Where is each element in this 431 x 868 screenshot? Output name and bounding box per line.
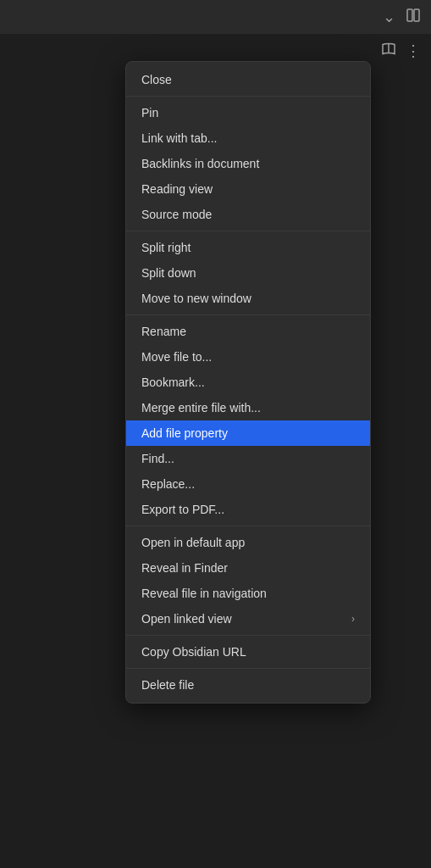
menu-item-link-with-tab[interactable]: Link with tab...	[126, 125, 370, 151]
menu-divider	[126, 96, 370, 97]
menu-item-label: Reading view	[141, 182, 213, 196]
book-open-icon[interactable]	[380, 41, 397, 62]
menu-item-reading-view[interactable]: Reading view	[126, 176, 370, 202]
menu-item-label: Bookmark...	[141, 376, 205, 389]
chevron-down-icon[interactable]: ⌄	[383, 8, 395, 26]
more-vertical-icon[interactable]: ⋮	[406, 42, 421, 60]
menu-item-label: Find...	[141, 452, 174, 465]
submenu-chevron-icon: ›	[351, 613, 355, 625]
menu-item-label: Pin	[141, 106, 158, 120]
menu-item-copy-obsidian-url[interactable]: Copy Obsidian URL	[126, 639, 370, 665]
menu-divider	[126, 668, 370, 669]
menu-item-label: Export to PDF...	[141, 503, 224, 516]
menu-item-label: Replace...	[141, 477, 195, 491]
menu-item-label: Merge entire file with...	[141, 401, 261, 415]
menu-item-label: Open in default app	[141, 536, 245, 549]
menu-item-label: Open linked view	[141, 612, 232, 626]
menu-divider	[126, 314, 370, 315]
menu-item-reveal-in-finder[interactable]: Reveal in Finder	[126, 555, 370, 581]
menu-item-label: Copy Obsidian URL	[141, 645, 246, 659]
menu-item-backlinks-in-document[interactable]: Backlinks in document	[126, 151, 370, 176]
context-menu: ClosePinLink with tab...Backlinks in doc…	[125, 61, 371, 704]
menu-divider	[126, 231, 370, 231]
menu-item-label: Link with tab...	[141, 131, 218, 145]
menu-item-label: Add file property	[141, 426, 228, 440]
menu-item-open-linked-view[interactable]: Open linked view›	[126, 606, 370, 632]
menu-item-replace[interactable]: Replace...	[126, 471, 370, 497]
menu-item-source-mode[interactable]: Source mode	[126, 202, 370, 227]
menu-item-label: Split right	[141, 241, 191, 254]
menu-item-delete-file[interactable]: Delete file	[126, 672, 370, 698]
menu-item-close[interactable]: Close	[126, 67, 370, 92]
svg-rect-0	[407, 9, 412, 21]
menu-item-label: Delete file	[141, 678, 194, 692]
menu-item-add-file-property[interactable]: Add file property	[126, 420, 370, 446]
menu-item-bookmark[interactable]: Bookmark...	[126, 370, 370, 395]
menu-item-move-to-new-window[interactable]: Move to new window	[126, 286, 370, 311]
menu-item-pin[interactable]: Pin	[126, 100, 370, 125]
menu-item-reveal-file-in-navigation[interactable]: Reveal file in navigation	[126, 581, 370, 606]
menu-item-label: Move to new window	[141, 292, 251, 305]
menu-item-label: Rename	[141, 325, 186, 338]
menu-item-label: Source mode	[141, 208, 212, 221]
menu-item-merge-entire-file[interactable]: Merge entire file with...	[126, 395, 370, 420]
menu-item-move-file-to[interactable]: Move file to...	[126, 344, 370, 370]
menu-item-find[interactable]: Find...	[126, 446, 370, 471]
menu-item-label: Close	[141, 73, 172, 86]
svg-rect-1	[414, 9, 419, 21]
layout-icon[interactable]	[406, 8, 421, 27]
menu-item-label: Reveal file in navigation	[141, 587, 267, 600]
menu-item-split-down[interactable]: Split down	[126, 260, 370, 286]
menu-item-export-to-pdf[interactable]: Export to PDF...	[126, 497, 370, 522]
menu-divider	[126, 526, 370, 526]
menu-item-label: Split down	[141, 266, 196, 280]
menu-item-open-in-default-app[interactable]: Open in default app	[126, 530, 370, 555]
menu-item-label: Reveal in Finder	[141, 561, 228, 575]
menu-item-rename[interactable]: Rename	[126, 319, 370, 344]
menu-item-split-right[interactable]: Split right	[126, 235, 370, 260]
top-bar: ⌄	[0, 0, 431, 34]
menu-item-label: Move file to...	[141, 350, 212, 364]
menu-item-label: Backlinks in document	[141, 157, 259, 170]
menu-divider	[126, 635, 370, 636]
